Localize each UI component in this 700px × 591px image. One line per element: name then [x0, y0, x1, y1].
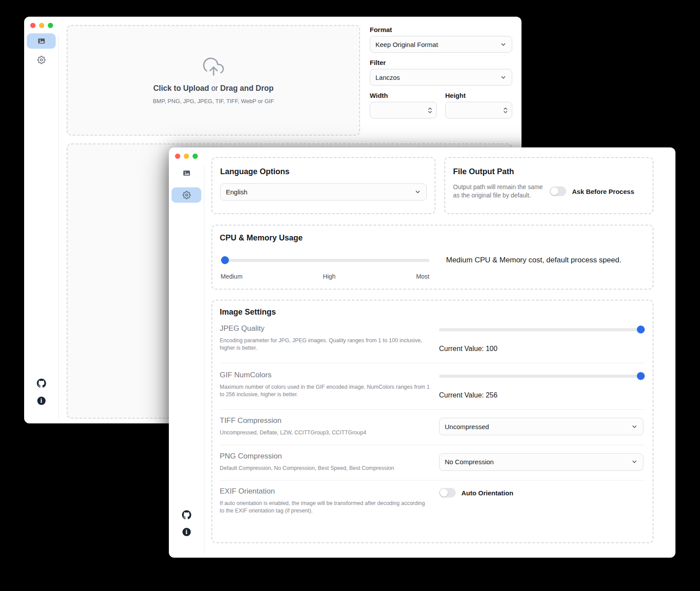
language-select[interactable]: English [220, 183, 427, 201]
github-icon [37, 379, 46, 388]
language-select-value: English [226, 188, 247, 196]
auto-orientation-label: Auto Orientation [461, 489, 513, 497]
filter-select[interactable]: Lanczos [370, 69, 512, 86]
image-icon [183, 169, 190, 177]
height-input[interactable] [451, 106, 503, 115]
ask-before-process-label: Ask Before Process [572, 188, 634, 195]
close-button[interactable] [30, 23, 36, 28]
minimize-button[interactable] [39, 23, 44, 28]
language-options-section: Language Options English [211, 157, 436, 214]
png-compression-row: PNG Compression Default Compression, No … [220, 445, 645, 481]
level-most: Most [416, 273, 429, 280]
png-compression-select[interactable]: No Compression [439, 453, 643, 471]
upload-supported-formats: BMP, PNG, JPG, JPEG, TIF, TIFF, WebP or … [153, 98, 274, 104]
sidebar-item-images[interactable] [27, 33, 56, 49]
chevron-down-icon [414, 189, 421, 195]
png-compression-value: No Compression [445, 458, 494, 466]
level-medium: Medium [221, 273, 243, 280]
exif-orientation-description: If auto orientation is enabled, the imag… [220, 500, 436, 514]
chevron-down-icon [500, 41, 507, 48]
file-output-path-section: File Output Path Output path will remain… [444, 157, 654, 214]
chevron-down-icon [631, 423, 638, 430]
cpu-memory-title: CPU & Memory Usage [220, 233, 645, 243]
format-select[interactable]: Keep Original Format [370, 36, 512, 53]
format-label: Format [370, 26, 512, 33]
height-label: Height [445, 92, 512, 99]
exif-orientation-row: EXIF Orientation If auto orientation is … [220, 480, 645, 514]
exif-orientation-label: EXIF Orientation [220, 487, 436, 496]
upload-dropzone[interactable]: Click to Upload or Drag and Drop BMP, PN… [67, 25, 360, 136]
width-input[interactable] [375, 106, 428, 115]
jpeg-quality-description: Encoding parameter for JPG, JPEG images.… [220, 337, 436, 351]
auto-orientation-toggle[interactable] [439, 488, 456, 498]
gif-numcolors-slider[interactable] [439, 372, 645, 380]
sidebar-item-settings[interactable] [27, 52, 56, 68]
tiff-compression-row: TIFF Compression Uncompressed, Deflate, … [220, 410, 645, 445]
gif-numcolors-description: Maximum number of colors used in the GIF… [220, 383, 436, 398]
tiff-compression-select[interactable]: Uncompressed [439, 418, 643, 435]
tiff-compression-label: TIFF Compression [220, 416, 436, 425]
cpu-memory-levels: Medium High Most [221, 273, 429, 280]
slider-thumb[interactable] [637, 326, 645, 333]
about-button[interactable]: i [169, 528, 204, 536]
gear-icon [37, 56, 46, 64]
width-label: Width [370, 92, 437, 99]
level-high: High [323, 273, 336, 280]
slider-thumb[interactable] [221, 256, 229, 264]
sidebar-item-settings[interactable] [171, 187, 201, 203]
github-link[interactable] [169, 510, 204, 519]
cpu-memory-slider[interactable] [221, 256, 429, 264]
file-output-path-title: File Output Path [453, 167, 645, 176]
gif-numcolors-current-value: Current Value: 256 [439, 391, 645, 399]
stepper-icon[interactable] [503, 107, 508, 114]
upload-title: Click to Upload or Drag and Drop [153, 84, 273, 93]
gif-numcolors-row: GIF NumColors Maximum number of colors u… [220, 363, 645, 410]
width-input-box [370, 102, 437, 118]
zoom-button[interactable] [193, 154, 198, 159]
minimize-button[interactable] [184, 154, 189, 159]
png-compression-description: Default Compression, No Compression, Bes… [220, 465, 436, 472]
zoom-button[interactable] [48, 23, 53, 28]
github-link[interactable] [24, 379, 58, 388]
slider-track[interactable] [439, 328, 645, 331]
close-button[interactable] [175, 154, 180, 159]
sidebar-item-images[interactable] [171, 165, 201, 181]
stepper-icon[interactable] [428, 107, 432, 114]
image-settings-title: Image Settings [220, 307, 645, 317]
tiff-compression-value: Uncompressed [445, 423, 489, 430]
jpeg-quality-row: JPEG Quality Encoding parameter for JPG,… [220, 317, 645, 363]
sidebar: i [169, 147, 204, 558]
output-path-description: Output path will remain the same as the … [453, 183, 550, 200]
chevron-down-icon [631, 458, 638, 465]
cloud-upload-icon [203, 57, 224, 78]
cpu-memory-section: CPU & Memory Usage Medium High Most Medi… [211, 225, 654, 290]
slider-track[interactable] [439, 375, 645, 378]
slider-track[interactable] [221, 259, 429, 262]
about-button[interactable]: i [24, 397, 58, 405]
sidebar: i [24, 17, 58, 423]
window-controls [175, 154, 198, 159]
jpeg-quality-current-value: Current Value: 100 [439, 345, 645, 353]
image-icon [38, 37, 45, 45]
sidebar-divider [58, 34, 59, 419]
settings-window: i Language Options English File Output P… [169, 147, 675, 558]
info-icon: i [182, 528, 191, 536]
tiff-compression-description: Uncompressed, Deflate, LZW, CCITTGroup3,… [220, 429, 436, 437]
gear-icon [182, 191, 191, 199]
cpu-memory-status: Medium CPU & Memory cost, default proces… [446, 256, 621, 265]
gif-numcolors-label: GIF NumColors [220, 371, 436, 380]
conversion-options: Format Keep Original Format Filter Lancz… [370, 26, 512, 118]
chevron-down-icon [500, 74, 507, 81]
window-controls [30, 23, 53, 28]
github-icon [182, 510, 191, 519]
ask-before-process-toggle[interactable] [550, 186, 566, 196]
png-compression-label: PNG Compression [220, 452, 436, 461]
image-settings-section: Image Settings JPEG Quality Encoding par… [211, 300, 654, 543]
jpeg-quality-slider[interactable] [439, 326, 645, 333]
filter-select-value: Lanczos [375, 74, 400, 81]
info-icon: i [37, 397, 46, 405]
language-options-title: Language Options [220, 167, 427, 176]
sidebar-divider [204, 165, 204, 553]
height-input-box [445, 102, 512, 118]
slider-thumb[interactable] [637, 372, 645, 380]
